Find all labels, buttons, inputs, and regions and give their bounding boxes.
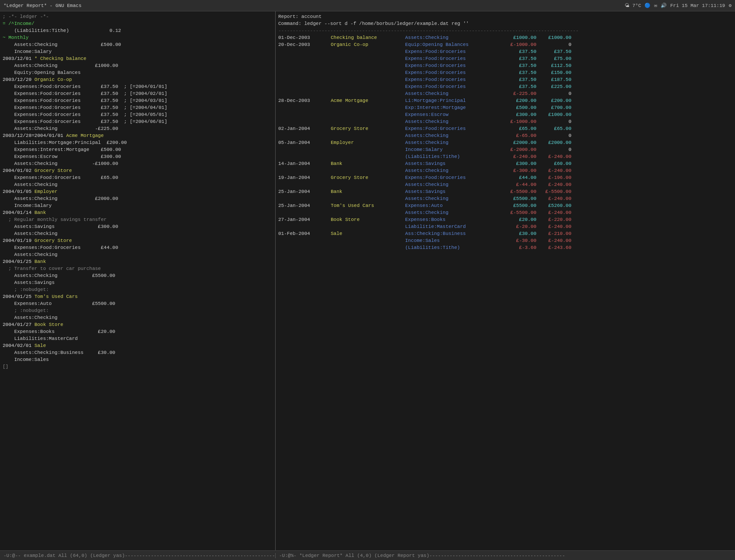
report-balance: £700.00 — [536, 104, 571, 111]
report-amount: £1000.00 — [501, 34, 536, 41]
report-balance: £75.00 — [536, 55, 571, 62]
editor-line: Equity:Opening Balances — [3, 69, 273, 76]
report-balance: £-243.60 — [536, 244, 571, 251]
report-amount: £-1000.00 — [501, 41, 536, 48]
editor-line: Income:Salary — [3, 48, 273, 55]
report-balance: £-196.00 — [536, 174, 571, 181]
report-header: Report: account Command: ledger --sort d… — [278, 13, 732, 34]
settings-icon[interactable]: ⚙ — [728, 3, 732, 8]
report-desc — [331, 118, 405, 125]
report-date — [278, 209, 331, 216]
editor-line: Assets:Checking -£1000.00 — [3, 160, 273, 167]
report-account: Assets:Checking — [405, 90, 501, 97]
report-balance: £200.00 — [536, 97, 571, 104]
report-desc: Employer — [331, 139, 405, 146]
report-desc — [331, 76, 405, 83]
report-row: Assets:Checking£-300.00£-240.00 — [278, 167, 732, 174]
report-row: 19-Jan-2004Grocery StoreExpens:Food:Groc… — [278, 174, 732, 181]
report-balance: £-240.00 — [536, 153, 571, 160]
report-balance: £150.00 — [536, 69, 571, 76]
report-date: 01-Dec-2003 — [278, 34, 331, 41]
editor-line: Expenses:Food:Groceries £44.00 — [3, 244, 273, 251]
report-amount: £5500.00 — [501, 202, 536, 209]
report-date — [278, 69, 331, 76]
editor-line: Assets:Checking -£225.00 — [3, 125, 273, 132]
report-account: Expens:Food:Groceries — [405, 125, 501, 132]
report-desc: Checking balance — [331, 34, 405, 41]
report-balance: 0 — [536, 132, 571, 139]
window-title: *Ledger Report* - GNU Emacs — [4, 3, 81, 8]
report-amount: £-300.00 — [501, 167, 536, 174]
report-date — [278, 111, 331, 118]
report-date — [278, 118, 331, 125]
report-desc — [331, 62, 405, 69]
report-account: Assets:Checking — [405, 181, 501, 188]
editor-line: Expenses:Food:Groceries £37.50 ; [=2004/… — [3, 97, 273, 104]
report-balance: £-240.00 — [536, 237, 571, 244]
report-date: 05-Jan-2004 — [278, 139, 331, 146]
report-row: Expens:Food:Groceries£37.50£150.00 — [278, 69, 732, 76]
editor-line: Income:Sales — [3, 356, 273, 363]
report-date: 01-Feb-2004 — [278, 230, 331, 237]
report-desc — [331, 55, 405, 62]
report-date — [278, 181, 331, 188]
report-date: 27-Jan-2004 — [278, 216, 331, 223]
report-row: (Liabilities:Tithe)£-240.00£-240.00 — [278, 153, 732, 160]
report-desc: Book Store — [331, 216, 405, 223]
report-account: Ass:Checking:Business — [405, 230, 501, 237]
report-desc — [331, 146, 405, 153]
report-amount: £200.00 — [501, 97, 536, 104]
report-amount: £-3.60 — [501, 244, 536, 251]
report-row: Income:Sales£-30.00£-240.00 — [278, 237, 732, 244]
report-date — [278, 153, 331, 160]
report-balance: £187.50 — [536, 76, 571, 83]
report-balance: 0 — [536, 146, 571, 153]
report-account: Expens:Food:Groceries — [405, 48, 501, 55]
network-icon: 🔵 — [644, 3, 651, 8]
report-account: Assets:Checking — [405, 34, 501, 41]
report-amount: £-65.00 — [501, 132, 536, 139]
report-balance: £-210.00 — [536, 230, 571, 237]
editor-line: Expenses:Food:Groceries £37.50 ; [=2004/… — [3, 83, 273, 90]
report-amount: £-5500.00 — [501, 188, 536, 195]
report-balance: £-240.00 — [536, 209, 571, 216]
report-date — [278, 146, 331, 153]
report-balance: £65.00 — [536, 125, 571, 132]
report-balance: £-240.00 — [536, 167, 571, 174]
report-amount: £-240.00 — [501, 153, 536, 160]
report-date: 28-Dec-2003 — [278, 97, 331, 104]
report-amount: £-1000.00 — [501, 118, 536, 125]
report-account: (Liabilities:Tithe) — [405, 153, 501, 160]
report-date — [278, 104, 331, 111]
editor-content: ; -*- ledger -*-= /^Income/ (Liabilities… — [3, 13, 273, 370]
editor-line: Expenses:Food:Groceries £65.00 — [3, 174, 273, 181]
report-account: Equip:Opening Balances — [405, 41, 501, 48]
report-row: Expens:Food:Groceries£37.50£112.50 — [278, 62, 732, 69]
report-amount: £-2000.00 — [501, 146, 536, 153]
report-desc: Grocery Store — [331, 125, 405, 132]
left-pane[interactable]: ; -*- ledger -*-= /^Income/ (Liabilities… — [0, 11, 276, 550]
report-row: Exp:Interest:Mortgage£500.00£700.00 — [278, 104, 732, 111]
report-row: Expens:Food:Groceries£37.50£75.00 — [278, 55, 732, 62]
report-amount: £300.00 — [501, 111, 536, 118]
editor-line: Assets:Savings £300.00 — [3, 223, 273, 230]
report-desc — [331, 104, 405, 111]
report-balance: £-5500.00 — [536, 188, 571, 195]
report-account: Assets:Checking — [405, 118, 501, 125]
report-account: Expens:Food:Groceries — [405, 55, 501, 62]
report-balance: £5260.00 — [536, 202, 571, 209]
report-date — [278, 167, 331, 174]
editor-line: Assets:Checking — [3, 181, 273, 188]
editor-line: Expenses:Food:Groceries £37.50 ; [=2004/… — [3, 90, 273, 97]
clock: Fri 15 Mar 17:11:19 — [670, 3, 725, 8]
report-title: Report: account — [278, 13, 732, 20]
report-date — [278, 244, 331, 251]
report-row: Assets:Checking£-5500.00£-240.00 — [278, 209, 732, 216]
report-desc: Bank — [331, 188, 405, 195]
report-desc — [331, 181, 405, 188]
report-desc — [331, 90, 405, 97]
report-amount: £37.50 — [501, 62, 536, 69]
report-date: 19-Jan-2004 — [278, 174, 331, 181]
report-row: 05-Jan-2004EmployerAssets:Checking£2000.… — [278, 139, 732, 146]
report-account: Expenses:Books — [405, 216, 501, 223]
